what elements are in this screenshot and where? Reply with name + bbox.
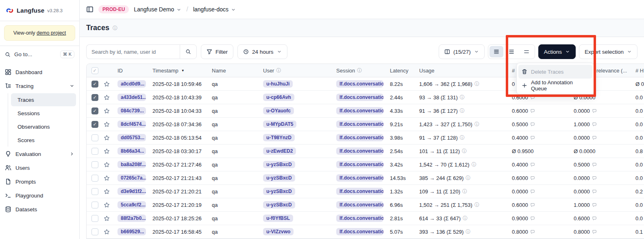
trace-id-badge[interactable]: d3e9d1f2... <box>117 188 146 195</box>
column-header-name[interactable]: Name <box>209 64 260 77</box>
panel-left-icon[interactable] <box>86 6 94 13</box>
session-badge[interactable]: lf.docs.conversation... <box>336 147 383 155</box>
star-icon[interactable] <box>104 135 110 141</box>
user-badge[interactable]: u-zEwdED2 <box>263 147 296 155</box>
session-badge[interactable]: lf.docs.conversation... <box>336 161 383 168</box>
actions-button[interactable]: Actions <box>538 44 576 59</box>
star-icon[interactable] <box>104 148 110 154</box>
row-checkbox[interactable] <box>91 215 98 222</box>
star-icon[interactable] <box>104 162 110 168</box>
column-header-latency[interactable]: Latency <box>387 64 416 77</box>
search-button[interactable] <box>180 44 197 59</box>
sidebar-item-traces[interactable]: Traces <box>11 93 76 106</box>
trace-id-badge[interactable]: 8b66a34... <box>117 147 146 155</box>
goto-search[interactable]: Go to... ⌘ K <box>0 46 79 63</box>
star-icon[interactable] <box>104 189 110 195</box>
table-row[interactable]: 5cca9cf2...2025-02-17 21:20:19qau-yzSBxc… <box>87 198 644 212</box>
user-badge[interactable]: u-VIZzvwo <box>263 228 294 235</box>
menu-item-add-to-annotation-queue[interactable]: Add to Annotation Queue <box>518 79 592 92</box>
row-checkbox[interactable] <box>91 121 98 128</box>
row-checkbox[interactable] <box>91 175 98 182</box>
project-selector[interactable]: langfuse-docs <box>193 6 236 13</box>
sidebar-item-scores[interactable]: Scores <box>11 134 76 147</box>
star-icon[interactable] <box>104 121 110 127</box>
session-badge[interactable]: lf.docs.conversation... <box>336 107 383 114</box>
column-header-user[interactable]: Userⓘ <box>260 64 333 77</box>
row-checkbox[interactable] <box>91 202 98 208</box>
trace-id-badge[interactable]: 084c739... <box>117 107 146 114</box>
column-visibility-button[interactable]: (15/27) <box>439 44 485 59</box>
table-row[interactable]: 07265c7a...2025-02-17 21:21:43qau-yzSBxc… <box>87 171 644 185</box>
column-header-session[interactable]: Sessionⓘ <box>333 64 387 77</box>
star-icon[interactable] <box>104 81 110 87</box>
sidebar-item-evaluation[interactable]: Evaluation <box>0 147 79 161</box>
trace-id-badge[interactable]: 5cca9cf2... <box>117 201 146 208</box>
star-icon[interactable] <box>104 202 110 208</box>
demo-project-link[interactable]: demo project <box>37 30 66 36</box>
row-checkbox[interactable] <box>91 81 98 88</box>
row-checkbox[interactable] <box>91 228 98 235</box>
user-badge[interactable]: u-yzSBxcD <box>263 174 295 182</box>
star-icon[interactable] <box>104 94 110 101</box>
export-selection-button[interactable]: Export selection <box>579 44 637 59</box>
sort-desc-icon[interactable]: ▼ <box>181 69 185 72</box>
table-row[interactable]: dd05753...2025-02-18 05:13:54qau-T98YnzD… <box>87 131 644 145</box>
search-input[interactable] <box>86 44 180 59</box>
table-row[interactable]: ba8a208f...2025-02-17 21:27:46qau-yzSBxc… <box>87 158 644 171</box>
row-checkbox[interactable] <box>91 94 98 101</box>
column-header-score3[interactable]: # H <box>632 64 644 77</box>
trace-id-badge[interactable]: 07265c7a... <box>117 174 146 182</box>
time-range-button[interactable]: 24 hours <box>237 44 287 59</box>
user-badge[interactable]: u-f0YfBSL <box>263 215 293 222</box>
table-row[interactable]: b669529...2025-02-17 16:58:45qau-VIZzvwo… <box>87 225 644 239</box>
user-badge[interactable]: u-huJhuJi <box>263 80 293 88</box>
row-height-small-button[interactable] <box>490 46 503 57</box>
trace-id-badge[interactable]: a433de51... <box>117 94 146 101</box>
session-badge[interactable]: lf.docs.conversation... <box>336 80 383 88</box>
session-badge[interactable]: lf.docs.conversation... <box>336 228 383 235</box>
table-row[interactable]: d3e9d1f2...2025-02-17 21:20:21qau-yzSBxc… <box>87 185 644 198</box>
star-icon[interactable] <box>104 215 110 221</box>
session-badge[interactable]: lf.docs.conversation... <box>336 134 383 141</box>
sidebar-item-users[interactable]: Users <box>0 161 79 175</box>
session-badge[interactable]: lf.docs.conversation... <box>336 201 383 208</box>
org-selector[interactable]: Langfuse Demo <box>134 6 181 13</box>
trace-id-badge[interactable]: ba8a208f... <box>117 161 146 168</box>
sidebar-item-observations[interactable]: Observations <box>11 120 76 133</box>
table-row[interactable]: 88f2a7b0...2025-02-17 18:25:26qau-f0YfBS… <box>87 212 644 225</box>
sidebar-item-sessions[interactable]: Sessions <box>11 107 76 120</box>
user-badge[interactable]: u-OYauofc <box>263 107 294 114</box>
star-icon[interactable] <box>104 108 110 114</box>
session-badge[interactable]: lf.docs.conversation... <box>336 121 383 128</box>
sidebar-item-dashboard[interactable]: Dashboard <box>0 65 79 79</box>
session-badge[interactable]: lf.docs.conversation... <box>336 215 383 222</box>
filter-button[interactable]: Filter <box>201 44 233 59</box>
sidebar-item-playground[interactable]: Playground <box>0 189 79 202</box>
column-header-id[interactable]: ID <box>114 64 149 77</box>
table-row[interactable]: 8dcf4574...2025-02-18 07:34:36qau-MYpDAT… <box>87 118 644 131</box>
session-badge[interactable]: lf.docs.conversation... <box>336 188 383 195</box>
table-row[interactable]: 8b66a34...2025-02-18 03:30:17qau-zEwdED2… <box>87 145 644 158</box>
row-checkbox[interactable] <box>91 107 98 114</box>
row-checkbox[interactable] <box>91 148 98 155</box>
select-all-checkbox[interactable] <box>91 67 98 74</box>
sidebar-item-datasets[interactable]: Datasets <box>0 202 79 216</box>
row-checkbox[interactable] <box>91 188 98 195</box>
table-row[interactable]: 084c739...2025-02-18 10:04:33qau-OYauofc… <box>87 104 644 118</box>
column-header-timestamp[interactable]: Timestamp▼ <box>149 64 209 77</box>
trace-id-badge[interactable]: b669529... <box>117 228 146 235</box>
trace-id-badge[interactable]: 88f2a7b0... <box>117 215 146 222</box>
environment-badge[interactable]: PROD-EU <box>98 5 129 13</box>
star-icon[interactable] <box>104 175 110 181</box>
user-badge[interactable]: u-MYpDAT5 <box>263 121 296 128</box>
row-height-large-button[interactable] <box>520 46 533 57</box>
trace-id-badge[interactable]: 8dcf4574... <box>117 121 146 128</box>
session-badge[interactable]: lf.docs.conversation... <box>336 94 383 101</box>
session-badge[interactable]: lf.docs.conversation... <box>336 174 383 182</box>
menu-item-delete-traces[interactable]: Delete Traces <box>518 65 592 79</box>
row-height-medium-button[interactable] <box>505 46 518 57</box>
column-header-usage[interactable]: Usage <box>416 64 509 77</box>
user-badge[interactable]: u-T98YnzD <box>263 134 295 141</box>
row-checkbox[interactable] <box>91 134 98 141</box>
user-badge[interactable]: u-yzSBxcD <box>263 161 295 168</box>
